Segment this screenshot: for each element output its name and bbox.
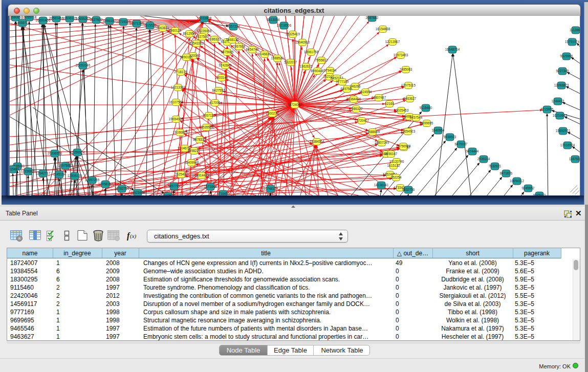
svg-text:19756928: 19756928 xyxy=(396,144,411,148)
svg-text:19654923: 19654923 xyxy=(401,129,416,133)
svg-text:18724007: 18724007 xyxy=(288,103,302,106)
svg-text:417006: 417006 xyxy=(209,101,221,104)
svg-text:10654112: 10654112 xyxy=(510,179,524,183)
svg-text:62160: 62160 xyxy=(385,102,394,105)
svg-text:8471676: 8471676 xyxy=(500,171,513,175)
svg-text:12156829: 12156829 xyxy=(21,169,36,173)
svg-text:9832756: 9832756 xyxy=(402,188,415,191)
svg-text:21680651: 21680651 xyxy=(10,16,23,19)
svg-text:7663822: 7663822 xyxy=(157,26,169,30)
svg-text:16033809: 16033809 xyxy=(197,16,212,20)
svg-text:9474444: 9474444 xyxy=(466,149,479,153)
svg-text:10025453: 10025453 xyxy=(394,108,409,112)
svg-text:16671385: 16671385 xyxy=(129,21,144,25)
svg-text:9699695: 9699695 xyxy=(421,121,433,125)
svg-text:20206556: 20206556 xyxy=(48,151,62,155)
svg-text:19654933: 19654933 xyxy=(169,117,184,121)
svg-text:1640954: 1640954 xyxy=(432,128,445,132)
svg-text:11923448: 11923448 xyxy=(130,191,145,194)
svg-text:14136141: 14136141 xyxy=(374,183,389,187)
svg-text:8990448: 8990448 xyxy=(311,69,324,73)
svg-text:15692971: 15692971 xyxy=(556,129,571,133)
svg-text:14055714: 14055714 xyxy=(15,21,30,25)
svg-text:9242848: 9242848 xyxy=(219,63,232,67)
svg-text:252254: 252254 xyxy=(390,176,402,179)
svg-text:17359924: 17359924 xyxy=(70,150,85,154)
svg-text:3267110: 3267110 xyxy=(203,114,215,117)
svg-text:1145194: 1145194 xyxy=(53,172,66,176)
svg-text:5322037: 5322037 xyxy=(285,60,297,64)
svg-text:8427552: 8427552 xyxy=(212,89,225,92)
svg-text:2935114: 2935114 xyxy=(477,157,490,161)
svg-text:18807249: 18807249 xyxy=(375,141,389,144)
svg-text:1615132: 1615132 xyxy=(387,164,400,167)
svg-text:7515526: 7515526 xyxy=(144,24,157,27)
svg-text:19218506: 19218506 xyxy=(277,24,292,27)
svg-text:9115460: 9115460 xyxy=(420,106,432,110)
svg-text:1244413: 1244413 xyxy=(552,99,564,103)
svg-text:12213383: 12213383 xyxy=(171,85,186,89)
svg-text:12975115: 12975115 xyxy=(401,83,416,87)
svg-text:1362615: 1362615 xyxy=(300,64,313,68)
svg-text:13226058: 13226058 xyxy=(197,29,212,33)
svg-text:15751074: 15751074 xyxy=(565,40,580,43)
svg-text:9245652: 9245652 xyxy=(522,186,535,190)
svg-text:2456167: 2456167 xyxy=(385,152,398,156)
svg-text:6479197: 6479197 xyxy=(455,142,468,146)
svg-text:6466160: 6466160 xyxy=(103,19,116,23)
svg-text:16154838: 16154838 xyxy=(376,27,390,31)
svg-text:1112864: 1112864 xyxy=(570,28,580,32)
svg-text:12942717: 12942717 xyxy=(36,171,51,175)
svg-text:9777169: 9777169 xyxy=(336,80,349,83)
svg-text:16543362: 16543362 xyxy=(189,41,204,45)
svg-text:1588520: 1588520 xyxy=(271,56,284,60)
svg-text:8878332: 8878332 xyxy=(193,138,206,141)
svg-text:8912954: 8912954 xyxy=(183,32,196,35)
svg-text:13535594: 13535594 xyxy=(199,125,214,129)
svg-text:2803144: 2803144 xyxy=(215,76,228,79)
svg-text:5468132: 5468132 xyxy=(226,38,239,41)
svg-text:10958157: 10958157 xyxy=(98,182,113,186)
svg-text:16107553: 16107553 xyxy=(169,100,184,104)
svg-text:16409948: 16409948 xyxy=(184,161,199,164)
svg-text:16914479: 16914479 xyxy=(194,173,209,177)
svg-text:8215955: 8215955 xyxy=(541,107,554,111)
svg-text:11142571: 11142571 xyxy=(161,194,175,195)
svg-text:9245012: 9245012 xyxy=(533,193,546,195)
svg-text:9327505: 9327505 xyxy=(196,35,209,38)
svg-text:10975887: 10975887 xyxy=(58,164,73,167)
svg-text:10655267: 10655267 xyxy=(76,17,91,20)
svg-text:3624554: 3624554 xyxy=(359,90,372,94)
svg-text:15720407: 15720407 xyxy=(355,119,369,122)
svg-text:20691406: 20691406 xyxy=(36,18,51,22)
svg-text:20581466: 20581466 xyxy=(49,16,64,20)
svg-text:16648764: 16648764 xyxy=(445,48,460,51)
svg-text:12505135: 12505135 xyxy=(68,174,82,178)
svg-text:7632621: 7632621 xyxy=(489,164,502,168)
svg-text:9329966: 9329966 xyxy=(560,54,573,58)
svg-text:7357224: 7357224 xyxy=(227,25,240,28)
svg-text:9146821: 9146821 xyxy=(258,52,271,56)
svg-text:10807487: 10807487 xyxy=(372,96,386,99)
svg-text:10973493: 10973493 xyxy=(394,53,408,57)
svg-text:12093873: 12093873 xyxy=(554,83,569,87)
svg-text:12213967: 12213967 xyxy=(385,40,400,43)
svg-text:16055718: 16055718 xyxy=(22,16,37,19)
svg-text:10719185: 10719185 xyxy=(116,20,131,24)
svg-text:1527602: 1527602 xyxy=(90,18,103,21)
svg-text:1498222: 1498222 xyxy=(188,149,201,152)
svg-text:9716455: 9716455 xyxy=(217,192,230,195)
svg-text:9463627: 9463627 xyxy=(404,97,417,100)
svg-text:20364436: 20364436 xyxy=(346,97,361,101)
svg-text:2367608: 2367608 xyxy=(233,45,246,48)
svg-text:13640910: 13640910 xyxy=(295,40,310,44)
svg-text:7986322: 7986322 xyxy=(350,107,363,111)
svg-text:7955812: 7955812 xyxy=(315,58,328,62)
svg-text:746266: 746266 xyxy=(350,84,361,88)
svg-text:9890161: 9890161 xyxy=(180,55,193,59)
svg-text:5938923: 5938923 xyxy=(444,135,456,139)
svg-text:1571648: 1571648 xyxy=(204,185,217,188)
svg-text:8454749: 8454749 xyxy=(246,48,259,51)
svg-text:2087682: 2087682 xyxy=(366,16,379,19)
svg-text:20053346: 20053346 xyxy=(76,63,91,67)
